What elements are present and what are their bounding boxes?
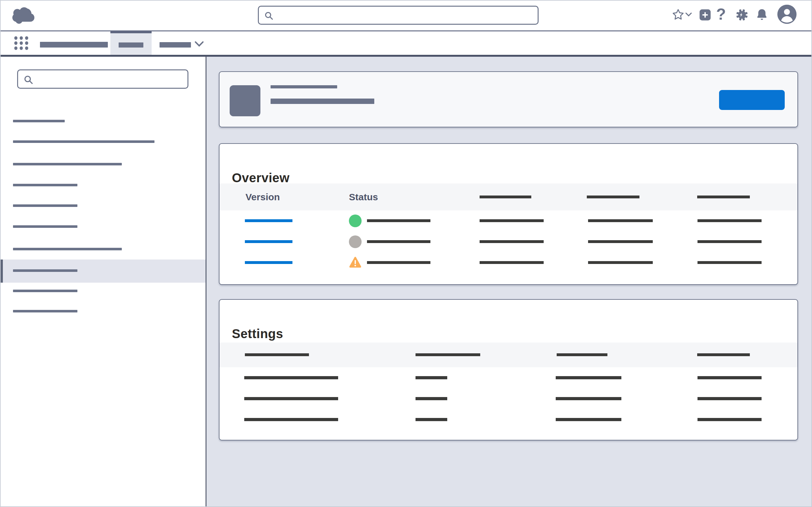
search-icon [23, 74, 34, 85]
column-header-version: Version [246, 183, 280, 210]
sidebar-item-label-bar [13, 140, 154, 143]
global-search-input[interactable] [278, 8, 531, 22]
sidebar-item[interactable] [1, 216, 206, 237]
overview-row [219, 252, 798, 273]
sidebar-item[interactable] [1, 301, 206, 322]
overview-row [219, 231, 798, 252]
selected-item-accent [1, 260, 3, 283]
sidebar-item[interactable] [1, 111, 206, 131]
sidebar-item-label-bar [13, 290, 78, 292]
add-plus-square-icon[interactable] [699, 9, 711, 21]
column-header-bar [479, 195, 531, 199]
cell-bar [244, 418, 338, 421]
cell-bar [698, 376, 762, 379]
column-header-bar [697, 353, 750, 356]
cell-bar [698, 219, 762, 222]
cell-bar [698, 261, 762, 264]
main-content: Overview VersionStatus Settings [206, 57, 812, 507]
sidebar-item-label-bar [13, 184, 78, 186]
cell-bar [479, 261, 544, 264]
search-icon [264, 11, 274, 21]
sidebar-item-label-bar [13, 225, 78, 228]
cell-bar [556, 418, 621, 421]
sidebar-item-label-bar [13, 205, 78, 207]
status-warning-icon [349, 256, 362, 269]
cell-bar [479, 240, 544, 243]
column-header-status: Status [349, 183, 378, 210]
user-avatar-icon[interactable] [776, 4, 798, 25]
cell-bar [244, 376, 338, 379]
sidebar-search-input[interactable] [38, 72, 181, 87]
record-title-bar [270, 85, 337, 89]
column-header-bar [557, 353, 607, 356]
sidebar-item[interactable] [1, 175, 206, 195]
settings-row [219, 367, 798, 388]
cell-bar [244, 397, 338, 400]
cell-bar [698, 418, 762, 421]
cell-bar [698, 397, 762, 400]
chevron-down-icon[interactable] [194, 41, 204, 47]
favorites-star-icon[interactable] [672, 8, 684, 21]
sidebar-item-label-bar [13, 163, 122, 165]
cell-bar [479, 219, 544, 222]
tab-home[interactable] [40, 42, 108, 48]
setup-sidebar [1, 57, 206, 507]
settings-title: Settings [232, 327, 283, 341]
global-header: ? [1, 1, 811, 32]
tab-selected-accent [110, 32, 152, 33]
cell-bar [415, 397, 447, 400]
tab-selected[interactable] [110, 32, 152, 55]
cloud-logo-icon [10, 5, 38, 25]
cell-bar [415, 418, 447, 421]
cell-bar [415, 376, 447, 379]
app-launcher-waffle-icon[interactable] [14, 36, 30, 50]
favorites-chevron-down-icon[interactable] [685, 12, 692, 17]
cell-bar [556, 397, 621, 400]
sidebar-item[interactable] [1, 154, 206, 175]
sidebar-item-label-bar [13, 269, 78, 272]
status-text-bar [367, 261, 430, 264]
record-header-card [219, 71, 798, 127]
status-text-bar [367, 219, 430, 222]
overview-card: Overview VersionStatus [219, 143, 798, 285]
status-neutral-icon [349, 235, 362, 248]
sidebar-item[interactable] [1, 239, 206, 260]
sidebar-item[interactable] [1, 131, 206, 152]
overview-table-header: VersionStatus [219, 183, 798, 210]
sidebar-item[interactable] [1, 195, 206, 216]
status-success-icon [349, 215, 362, 227]
app-tab-bar [1, 32, 811, 55]
column-header-bar [697, 195, 750, 199]
column-header-bar [245, 353, 309, 356]
cell-bar [588, 219, 653, 222]
record-avatar [230, 85, 260, 116]
column-header-bar [587, 195, 640, 199]
cell-bar [556, 376, 621, 379]
notifications-bell-icon[interactable] [755, 8, 769, 22]
sidebar-item[interactable] [1, 280, 206, 301]
version-link-bar[interactable] [245, 261, 293, 264]
sidebar-item-label-bar [13, 248, 122, 250]
status-text-bar [367, 240, 430, 243]
overview-title: Overview [232, 171, 290, 185]
version-link-bar[interactable] [245, 240, 293, 243]
sidebar-item-label-bar [13, 120, 65, 122]
settings-row [219, 409, 798, 430]
settings-table-header [219, 343, 798, 367]
sidebar-item-selected[interactable] [1, 260, 206, 283]
help-icon[interactable]: ? [716, 5, 726, 24]
column-header-bar [415, 353, 480, 356]
settings-card: Settings [219, 299, 798, 441]
sidebar-item-label-bar [13, 310, 78, 313]
primary-action-button[interactable] [719, 90, 785, 110]
cell-bar [698, 240, 762, 243]
version-link-bar[interactable] [245, 219, 293, 222]
sidebar-search-box [17, 69, 189, 89]
tab-with-menu-label-bar [159, 42, 191, 48]
setup-gear-icon[interactable] [734, 8, 749, 22]
settings-row [219, 388, 798, 409]
cell-bar [588, 240, 653, 243]
cell-bar [588, 261, 653, 264]
tab-selected-label-bar [119, 43, 143, 48]
record-subtitle-bar [270, 99, 374, 104]
